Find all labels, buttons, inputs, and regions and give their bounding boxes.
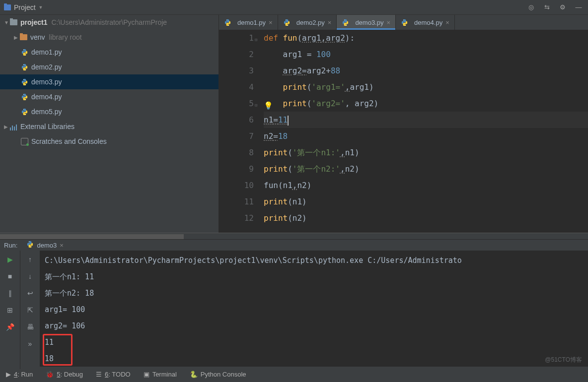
python-icon (21, 108, 28, 116)
code-line-10[interactable]: fun(n1,n2) (264, 177, 588, 193)
export-icon[interactable]: ⇱ (25, 305, 35, 315)
output-line: 18 (45, 351, 583, 367)
scratches-label: Scratches and Consoles (31, 137, 107, 145)
tab-label: demo3.py (355, 19, 383, 26)
tab-demo2.py[interactable]: demo2.py× (278, 15, 337, 30)
output-line: arg1= 100 (45, 302, 583, 318)
tab-label: demo2.py (296, 19, 325, 26)
pin-button[interactable]: 📌 (5, 322, 15, 332)
file-demo1.py[interactable]: demo1.py (0, 45, 219, 60)
pause-button[interactable]: ∥ (5, 288, 15, 298)
python-icon (26, 241, 34, 250)
file-demo3.py[interactable]: demo3.py (0, 74, 219, 89)
more-icon[interactable]: » (25, 339, 35, 349)
close-icon[interactable]: × (445, 19, 449, 26)
watermark: @51CTO博客 (545, 356, 582, 364)
project-tree: ▼ project1 C:\Users\Administrator\Pychar… (0, 15, 219, 233)
code-area[interactable]: 123456789101112 ⊟ ⊟ 💡 def fun(arg1,arg2)… (219, 30, 588, 233)
project-dropdown[interactable]: Project ▼ (4, 3, 43, 11)
svg-point-19 (31, 247, 31, 247)
file-demo2.py[interactable]: demo2.py (0, 60, 219, 74)
gear-icon[interactable]: ⚙ (557, 2, 568, 13)
fold-icon[interactable]: ⊟ (255, 32, 257, 48)
code-line-1[interactable]: def fun(arg1,arg2): (264, 30, 588, 46)
svg-point-6 (23, 94, 24, 94)
down-icon[interactable]: ↓ (25, 271, 35, 281)
svg-point-18 (29, 242, 30, 242)
scratches[interactable]: Scratches and Consoles (0, 134, 219, 149)
svg-point-12 (286, 19, 286, 20)
sb-run[interactable]: ▶4: Run (6, 371, 33, 378)
svg-point-1 (25, 55, 26, 55)
sb-todo[interactable]: ☰6: TODO (96, 371, 131, 378)
folder-icon (20, 34, 27, 40)
code-line-11[interactable]: print(n1) (264, 193, 588, 210)
fold-icon[interactable]: ⊟ (255, 97, 257, 114)
venv-folder[interactable]: ▶ venv library root (0, 30, 219, 45)
editor: demo1.py×demo2.py×demo3.py×demo4.py× 123… (219, 15, 588, 233)
minimize-icon[interactable]: — (573, 2, 584, 13)
output-line: 第一个n2: 18 (45, 285, 583, 302)
svg-point-5 (25, 84, 26, 85)
code-line-5[interactable]: print('arg2=', arg2) (264, 95, 588, 112)
svg-point-10 (226, 19, 227, 20)
code-line-4[interactable]: print('arg1=',arg1) (264, 79, 588, 95)
code-line-8[interactable]: print('第一个n1:',n1) (264, 144, 588, 161)
output-line: arg2= 106 (45, 318, 583, 334)
sb-terminal[interactable]: ▣Terminal (144, 371, 177, 378)
close-icon[interactable]: × (269, 19, 273, 26)
close-icon[interactable]: × (60, 242, 64, 249)
expand-icon[interactable]: ▼ (4, 20, 10, 25)
output-line: C:\Users\Administrator\PycharmProjects\p… (45, 253, 583, 269)
splitter[interactable] (0, 233, 588, 240)
print-icon[interactable]: 🖶 (25, 322, 35, 332)
file-demo4.py[interactable]: demo4.py (0, 89, 219, 104)
run-label: Run: (4, 242, 17, 249)
external-libraries[interactable]: ▶ External Libraries (0, 119, 219, 134)
console-output[interactable]: C:\Users\Administrator\PycharmProjects\p… (40, 251, 588, 369)
file-name: demo1.py (31, 48, 62, 56)
code-line-7[interactable]: n2=18 (264, 128, 588, 144)
python-icon (224, 19, 231, 26)
svg-point-9 (25, 114, 26, 115)
run-config-tab[interactable]: demo3 × (22, 240, 67, 251)
expand-icon[interactable]: ▶ (14, 35, 20, 40)
file-demo5.py[interactable]: demo5.py (0, 104, 219, 119)
bulb-icon[interactable]: 💡 (264, 98, 273, 114)
tab-demo3.py[interactable]: demo3.py× (337, 15, 396, 30)
close-icon[interactable]: × (386, 19, 390, 26)
svg-point-14 (344, 19, 345, 20)
svg-point-17 (405, 25, 406, 25)
highlight-box (43, 334, 73, 366)
code-line-12[interactable]: print(n2) (264, 210, 588, 226)
tab-demo1.py[interactable]: demo1.py× (219, 15, 278, 30)
layout-button[interactable]: ⊞ (5, 305, 15, 315)
rerun-button[interactable]: ▶ (5, 255, 15, 264)
terminal-icon: ▣ (144, 371, 149, 378)
python-icon (21, 78, 28, 86)
tab-demo4.py[interactable]: demo4.py× (396, 15, 455, 30)
list-icon: ☰ (96, 371, 102, 378)
wrap-icon[interactable]: ↩ (25, 288, 35, 298)
up-icon[interactable]: ↑ (25, 255, 35, 264)
python-icon (342, 19, 349, 26)
locate-icon[interactable]: ◎ (525, 2, 536, 13)
svg-point-8 (23, 109, 24, 109)
svg-point-16 (403, 19, 404, 20)
venv-label: venv (30, 33, 45, 41)
python-icon (283, 19, 291, 26)
code-line-9[interactable]: print('第一个n2:',n2) (264, 161, 588, 177)
editor-tabs: demo1.py×demo2.py×demo3.py×demo4.py× (219, 15, 588, 30)
code-line-2[interactable]: arg1 = 100 (264, 46, 588, 63)
code-line-6[interactable]: n1=11 (264, 112, 588, 128)
tab-label: demo1.py (237, 19, 266, 26)
stop-button[interactable]: ■ (5, 271, 15, 281)
code-line-3[interactable]: arg2=arg2+88 (264, 63, 588, 79)
sb-debug[interactable]: 🐞5: Debug (46, 371, 83, 378)
expand-icon[interactable]: ▶ (4, 124, 10, 129)
project-root[interactable]: ▼ project1 C:\Users\Administrator\Pychar… (0, 15, 219, 30)
collapse-icon[interactable]: ⇆ (541, 2, 552, 13)
sb-console[interactable]: 🐍Python Console (190, 371, 246, 378)
close-icon[interactable]: × (328, 19, 332, 26)
file-name: demo2.py (31, 63, 62, 71)
